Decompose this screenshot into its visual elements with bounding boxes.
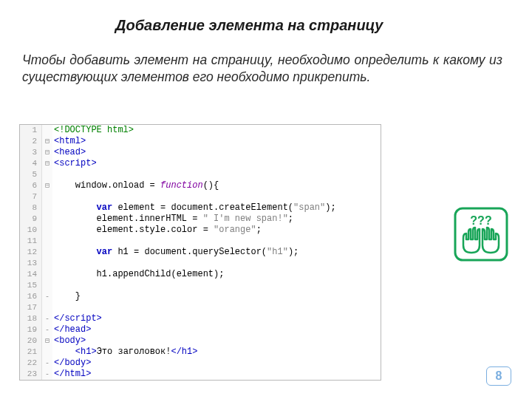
code-content: </script> <box>52 313 102 324</box>
fold-marker: - <box>42 369 52 380</box>
fold-marker <box>42 247 52 258</box>
line-number: 13 <box>20 258 42 269</box>
fold-marker: - <box>42 291 52 302</box>
fold-marker: ⊟ <box>42 180 52 191</box>
fold-marker: - <box>42 358 52 369</box>
code-content: var h1 = document.querySelector("h1"); <box>52 247 299 258</box>
code-line: 22-</body> <box>20 358 381 369</box>
line-number: 4 <box>20 158 42 169</box>
line-number: 9 <box>20 214 42 225</box>
code-line: 12 var h1 = document.querySelector("h1")… <box>20 247 381 258</box>
code-line: 3⊟<head> <box>20 147 381 158</box>
code-content: h1.appendChild(element); <box>52 269 224 280</box>
code-line: 16- } <box>20 291 381 302</box>
line-number: 5 <box>20 169 42 180</box>
code-content <box>52 302 54 313</box>
code-line: 17 <box>20 302 381 313</box>
line-number: 10 <box>20 225 42 236</box>
fold-marker: ⊟ <box>42 147 52 158</box>
fold-marker <box>42 125 52 136</box>
fold-marker: - <box>42 313 52 324</box>
fold-marker: ⊟ <box>42 158 52 169</box>
line-number: 6 <box>20 180 42 191</box>
code-line: 10 element.style.color = "orange"; <box>20 225 381 236</box>
code-line: 4⊟<script> <box>20 158 381 169</box>
question-marks: ??? <box>470 214 491 227</box>
line-number: 22 <box>20 358 42 369</box>
fold-marker <box>42 191 52 202</box>
code-content: <head> <box>52 147 86 158</box>
code-line: 18-</script> <box>20 313 381 324</box>
line-number: 23 <box>20 369 42 380</box>
code-line: 2⊟<html> <box>20 136 381 147</box>
fold-marker <box>42 258 52 269</box>
fold-marker <box>42 236 52 247</box>
line-number: 2 <box>20 136 42 147</box>
line-number: 11 <box>20 236 42 247</box>
code-content <box>52 191 54 202</box>
code-content: element.style.color = "orange"; <box>52 225 262 236</box>
code-content <box>52 236 54 247</box>
fold-marker <box>42 214 52 225</box>
code-line: 21 <h1>Это заголовок!</h1> <box>20 347 381 358</box>
code-content: <!DOCTYPE html> <box>52 125 134 136</box>
intro-paragraph: Чтобы добавить элемент на страницу, необ… <box>22 52 502 86</box>
code-line: 8 var element = document.createElement("… <box>20 202 381 214</box>
line-number: 19 <box>20 324 42 335</box>
code-line: 7 <box>20 191 381 202</box>
code-line: 19-</head> <box>20 324 381 335</box>
fold-marker: ⊟ <box>42 136 52 147</box>
code-content <box>52 280 54 291</box>
fold-marker <box>42 280 52 291</box>
code-line: 13 <box>20 258 381 269</box>
line-number: 18 <box>20 313 42 324</box>
line-number: 8 <box>20 202 42 214</box>
fold-marker: - <box>42 324 52 335</box>
code-content: </body> <box>52 358 91 369</box>
fold-marker: ⊟ <box>42 335 52 347</box>
code-content: element.innerHTML = " I'm new span!"; <box>52 214 293 225</box>
line-number: 1 <box>20 125 42 136</box>
fold-marker <box>42 225 52 236</box>
confused-hands-icon: ??? <box>454 207 508 262</box>
code-line: 6⊟ window.onload = function(){ <box>20 180 381 191</box>
line-number: 14 <box>20 269 42 280</box>
code-content: } <box>52 291 81 302</box>
code-content: <script> <box>52 158 97 169</box>
fold-marker <box>42 302 52 313</box>
code-line: 14 h1.appendChild(element); <box>20 269 381 280</box>
code-content: </html> <box>52 369 91 380</box>
code-content: </head> <box>52 324 91 335</box>
code-line: 15 <box>20 280 381 291</box>
code-content <box>52 169 54 180</box>
fold-marker <box>42 269 52 280</box>
code-line: 23-</html> <box>20 369 381 380</box>
code-content: window.onload = function(){ <box>52 180 219 191</box>
code-line: 5 <box>20 169 381 180</box>
code-editor: 1<!DOCTYPE html>2⊟<html>3⊟<head>4⊟<scrip… <box>19 124 381 381</box>
fold-marker <box>42 347 52 358</box>
fold-marker <box>42 202 52 214</box>
code-content: var element = document.createElement("sp… <box>52 202 336 214</box>
code-line: 9 element.innerHTML = " I'm new span!"; <box>20 214 381 225</box>
code-line: 11 <box>20 236 381 247</box>
code-content: <body> <box>52 335 86 347</box>
slide-heading: Добавление элемента на страницу <box>115 16 396 35</box>
line-number: 7 <box>20 191 42 202</box>
line-number: 16 <box>20 291 42 302</box>
line-number: 17 <box>20 302 42 313</box>
fold-marker <box>42 169 52 180</box>
line-number: 12 <box>20 247 42 258</box>
code-content: <html> <box>52 136 86 147</box>
page-number: 8 <box>486 366 511 386</box>
code-content: <h1>Это заголовок!</h1> <box>52 347 197 358</box>
line-number: 15 <box>20 280 42 291</box>
line-number: 3 <box>20 147 42 158</box>
code-content <box>52 258 54 269</box>
code-line: 20⊟<body> <box>20 335 381 347</box>
line-number: 21 <box>20 347 42 358</box>
code-line: 1<!DOCTYPE html> <box>20 125 381 136</box>
line-number: 20 <box>20 335 42 347</box>
